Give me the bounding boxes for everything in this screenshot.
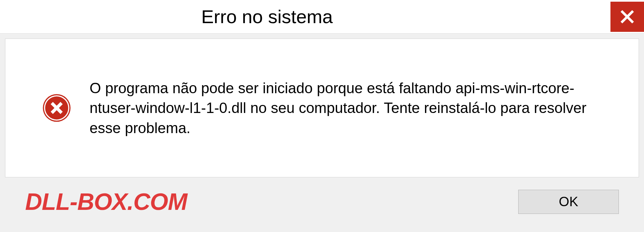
titlebar: Erro no sistema [0,0,644,34]
close-button[interactable] [610,2,644,32]
ok-button[interactable]: OK [518,190,619,214]
error-message: O programa não pode ser iniciado porque … [90,78,612,138]
dialog-content: O programa não pode ser iniciado porque … [5,39,639,177]
dialog-footer: DLL-BOX.COM OK [5,177,639,226]
close-icon [620,9,635,24]
watermark-text: DLL-BOX.COM [25,188,187,215]
error-icon [42,94,71,122]
window-title: Erro no sistema [201,6,333,27]
